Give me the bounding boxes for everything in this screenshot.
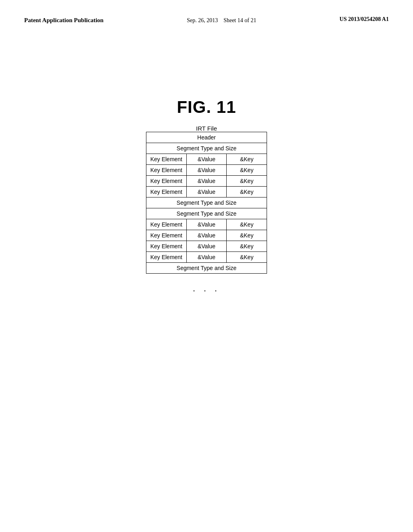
key-col1-4: Key Element [146,187,187,197]
key-col3-2: &Key [227,165,267,176]
key-col3-6: &Key [227,230,267,241]
key-col1-5: Key Element [146,219,187,230]
key-col1-6: Key Element [146,230,187,241]
table-row-key-1: Key Element &Value &Key [146,154,267,165]
header-sheet: Sheet 14 of 21 [223,17,256,23]
table-row-key-7: Key Element &Value &Key [146,241,267,252]
figure-title: FIG. 11 [177,98,236,117]
header-date-sheet: Sep. 26, 2013 Sheet 14 of 21 [187,16,256,25]
table-row-key-4: Key Element &Value &Key [146,187,267,197]
segment-cell-4: Segment Type and Size [146,263,267,274]
segment-cell-2: Segment Type and Size [146,197,267,208]
key-col3-4: &Key [227,187,267,197]
key-col2-1: &Value [186,154,227,165]
key-col3-3: &Key [227,176,267,187]
key-col2-8: &Value [186,252,227,263]
key-col1-8: Key Element [146,252,187,263]
key-col2-3: &Value [186,176,227,187]
irt-diagram-table: Header Segment Type and Size Key Element… [146,132,267,274]
key-col3-1: &Key [227,154,267,165]
key-col2-4: &Value [186,187,227,197]
key-col3-7: &Key [227,241,267,252]
header-date: Sep. 26, 2013 [187,17,218,23]
key-col1-3: Key Element [146,176,187,187]
patent-number: US 2013/0254208 A1 [340,16,389,23]
key-col2-5: &Value [186,219,227,230]
table-row-key-2: Key Element &Value &Key [146,165,267,176]
table-row-segment-4: Segment Type and Size [146,263,267,274]
key-col2-7: &Value [186,241,227,252]
table-row-key-6: Key Element &Value &Key [146,230,267,241]
key-col2-2: &Value [186,165,227,176]
table-row-key-3: Key Element &Value &Key [146,176,267,187]
key-col1-2: Key Element [146,165,187,176]
header-cell: Header [146,132,267,143]
table-row-key-5: Key Element &Value &Key [146,219,267,230]
key-col3-5: &Key [227,219,267,230]
key-col2-6: &Value [186,230,227,241]
table-row-segment-2: Segment Type and Size [146,197,267,208]
page-header: Patent Application Publication Sep. 26, … [24,16,389,25]
key-col3-8: &Key [227,252,267,263]
table-row-segment-3: Segment Type and Size [146,208,267,219]
page-container: Patent Application Publication Sep. 26, … [0,0,413,532]
main-content: FIG. 11 IRT File Header Segment Type and… [24,98,389,296]
patent-application-label: Patent Application Publication [24,16,104,25]
table-row-segment-1: Segment Type and Size [146,143,267,154]
ellipsis: · · · [193,286,220,296]
irt-file-label: IRT File [196,125,217,132]
key-col1-7: Key Element [146,241,187,252]
table-row-header: Header [146,132,267,143]
segment-cell-1: Segment Type and Size [146,143,267,154]
table-row-key-8: Key Element &Value &Key [146,252,267,263]
key-col1-1: Key Element [146,154,187,165]
segment-cell-3: Segment Type and Size [146,208,267,219]
